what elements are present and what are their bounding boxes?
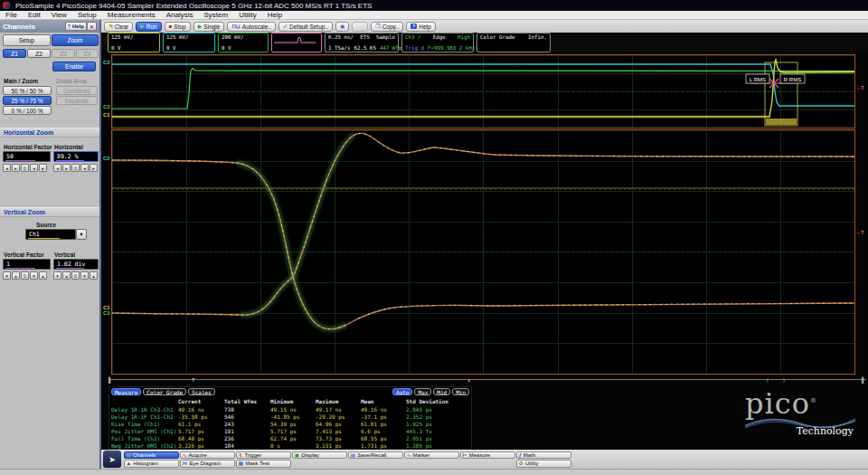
measure-row: Pos Jitter RMS (Ch1)5.717 ps1915.717 ps7… <box>109 428 471 435</box>
zoomarea-separate: Separate <box>56 96 98 105</box>
stop-button[interactable]: ■Stop <box>165 22 191 32</box>
display-icon: ▣ <box>295 452 300 458</box>
nav-trigger[interactable]: ↯Trigger <box>236 451 291 460</box>
nav-utility[interactable]: ⚙Utility <box>516 460 571 468</box>
menu-analysis[interactable]: Analysis <box>161 11 199 19</box>
math-icon: ƒ <box>519 452 522 458</box>
mainzoom-25-75[interactable]: 25 % / 75 % <box>3 96 52 105</box>
stat-min[interactable]: Min <box>452 388 469 395</box>
menu-edit[interactable]: Edit <box>23 11 46 19</box>
menu-view[interactable]: View <box>46 11 72 19</box>
source-select[interactable]: Ch1 <box>25 229 76 240</box>
scrollbar-track[interactable] <box>108 379 866 380</box>
timebase-scrollbar[interactable]: ▌ T ▲ ( ) ▌ <box>108 375 866 385</box>
scroll-left-end: ▌ <box>108 375 112 385</box>
panel-help-button[interactable]: ? Help <box>65 22 87 31</box>
menu-setup[interactable]: Setup <box>72 11 102 19</box>
main-zoom-label: Main / Zoom <box>4 78 38 84</box>
mainzoom-0-100[interactable]: 0 % / 100 % <box>3 106 52 115</box>
measure-row: Rise Time (Ch1)61.1 ps24354.39 ps64.96 p… <box>109 421 471 428</box>
trigger-position-marker[interactable]: T <box>192 375 195 385</box>
nav-measure[interactable]: ⊢Measure <box>460 451 515 460</box>
clear-button[interactable]: ◥Clear <box>104 22 133 32</box>
pointer-icon: ➤ <box>108 455 116 464</box>
stop-icon: ■ <box>169 24 173 29</box>
ch2-info-box[interactable]: 125 mV/ 0 V <box>163 33 215 52</box>
nav-mask-test[interactable]: ▦Mask Test <box>236 460 291 468</box>
zoom-area-label: Zoom Area <box>56 78 87 84</box>
nav-marker[interactable]: ∿Marker <box>404 451 459 460</box>
vpos-field[interactable]: 1.02 div <box>53 259 99 270</box>
checkmark-icon: ✓ <box>283 24 288 29</box>
hfactor-field[interactable]: 50 <box>3 151 51 162</box>
menu-file[interactable]: File <box>0 11 23 19</box>
slope-icon: / <box>418 34 421 40</box>
default-setup-button[interactable]: ✓Default Setup.. <box>278 22 333 32</box>
menu-system[interactable]: System <box>199 11 234 19</box>
tab-setup[interactable]: Setup <box>3 34 51 46</box>
enable-button[interactable]: Enable <box>52 62 96 71</box>
vpos-spinner[interactable]: ▾▴0▾▴ <box>53 271 98 280</box>
mainzoom-50-50[interactable]: 50 % / 50 % <box>3 86 52 95</box>
waveform-display: L RMS R RMS <box>101 52 868 450</box>
timebase-box[interactable]: 6.25 ns/ETSSample 1 TSa/s62.5 KS447 Wfm <box>325 33 399 52</box>
ch3-info-box[interactable]: 200 mV/ 0 V <box>218 33 269 52</box>
zoom-window-close[interactable]: ) <box>783 375 785 385</box>
menu-measurements[interactable]: Measurements <box>102 11 161 19</box>
vertical-zoom-header: Vertical Zoom <box>0 207 99 217</box>
tab-scales[interactable]: Scales <box>188 388 215 395</box>
nav-histogram[interactable]: ▲Histogram <box>124 460 179 468</box>
run-icon: ▶ <box>140 24 145 29</box>
nav-acquire[interactable]: ∿Acquire <box>180 451 235 460</box>
acquire-icon: ∿ <box>183 452 187 458</box>
hpos-field[interactable]: 89.2 % <box>53 151 99 162</box>
color-grade-box[interactable]: Color GradeInfin. <box>476 33 551 52</box>
measure-panel: Measure Color Grade Scales Auto Max Mid … <box>108 386 472 450</box>
tab-z1[interactable]: Z1 <box>3 49 26 58</box>
stat-max[interactable]: Max <box>414 388 431 395</box>
measure-row: Delay 1R-1F Ch1-Ch2-35.58 ps546-41.85 ps… <box>109 413 471 421</box>
run-button[interactable]: ▶Run <box>136 22 162 32</box>
ch1-info-box[interactable]: 125 mV/ 0 V <box>108 33 160 52</box>
eye-diagram-icon: ⋈ <box>183 461 188 466</box>
vfactor-spinner[interactable]: ▾▴0▾▴ <box>3 271 47 280</box>
utility-icon: ⚙ <box>519 461 524 466</box>
stat-mid[interactable]: Mid <box>433 388 450 395</box>
help-button[interactable]: ?Help <box>406 22 436 32</box>
tab-zoom[interactable]: Zoom <box>52 34 99 46</box>
nav-eye-diagram[interactable]: ⋈Eye Diagram <box>180 460 235 468</box>
taskbar-strip <box>0 469 868 475</box>
copy-icon: ❐ <box>375 24 380 29</box>
stat-auto[interactable]: Auto <box>392 388 412 395</box>
nav-channels[interactable]: ◎Channels <box>124 451 179 460</box>
zoom-window-open[interactable]: ( <box>767 375 769 385</box>
title-bar: PicoSample 4 PicoScope 9404-05 Sampler E… <box>0 0 868 11</box>
l-rms-label: L RMS <box>750 77 766 82</box>
channels-panel-header: Channels ? Help ✕ <box>0 20 99 33</box>
vfactor-field[interactable]: 1 <box>3 259 51 270</box>
menu-utility[interactable]: Utility <box>233 11 262 19</box>
tab-z2[interactable]: Z2 <box>27 49 51 58</box>
nav-math[interactable]: ƒMath <box>516 451 571 460</box>
zoom-plot[interactable] <box>111 129 855 375</box>
source-dropdown-arrow[interactable]: ▾ <box>76 229 87 240</box>
autoscale-button[interactable]: ⊓⊔Autoscale.. <box>227 22 276 32</box>
ch1-trace-zoom <box>112 133 854 315</box>
panel-grab-handle[interactable]: ➤ <box>103 451 121 468</box>
hfactor-spinner[interactable]: ◂▸0◂▸ <box>3 164 47 172</box>
ch4-preview-box[interactable] <box>271 33 322 52</box>
menu-help[interactable]: Help <box>262 11 288 19</box>
hpos-spinner[interactable]: ◂▸0◂▸ <box>53 164 98 172</box>
tab-measure[interactable]: Measure <box>111 388 141 395</box>
nav-save-recall[interactable]: ▤Save/Recall <box>348 451 403 460</box>
nav-display[interactable]: ▣Display <box>292 451 347 460</box>
copy-button[interactable]: ❐Copy.. <box>371 22 403 32</box>
single-button[interactable]: ▶Single <box>193 22 225 32</box>
tab-color-grade[interactable]: Color Grade <box>143 388 186 395</box>
scroll-right-end: ▌ <box>862 375 865 385</box>
panel-close-button[interactable]: ✕ <box>87 22 97 31</box>
snapshot-button[interactable]: ◉ <box>335 22 349 32</box>
pico-logo: pico® Technology <box>745 389 855 442</box>
trigger-box[interactable]: Ch3 /EdgeHigh Trig'dF=999.983 2 kHz <box>401 33 474 52</box>
main-plot[interactable]: L RMS R RMS <box>111 54 855 128</box>
